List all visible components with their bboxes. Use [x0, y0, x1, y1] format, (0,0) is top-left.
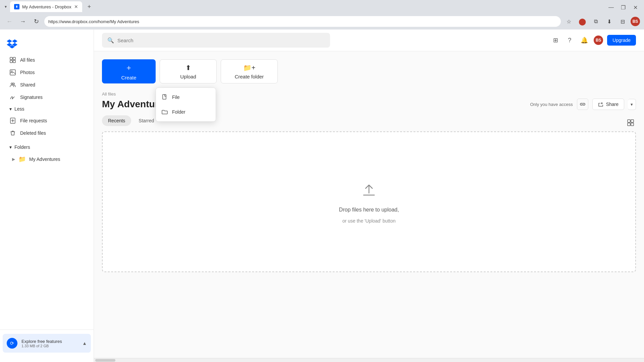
svg-point-5 [11, 71, 12, 72]
deleted-files-icon [9, 130, 16, 136]
content-tabs: Recents Starred [102, 115, 160, 126]
user-profile-btn[interactable]: BS [594, 36, 603, 45]
upload-btn[interactable]: ⬆ Upload [160, 59, 217, 83]
folder-dropdown-label: Folder [172, 109, 185, 115]
reload-btn[interactable]: ↻ [31, 16, 42, 27]
drop-text: Drop files here to upload, [339, 207, 399, 213]
bookmark-btn[interactable]: ☆ [564, 16, 574, 27]
svg-rect-1 [13, 57, 15, 60]
main-content: 🔍 ⊞ ? 🔔 BS Upgrade ＋ Create [94, 29, 644, 362]
sidebar-item-my-adventures[interactable]: ▶ 📁 My Adventures [3, 153, 91, 166]
horizontal-scrollbar [94, 358, 644, 362]
chevron-down-icon: ▾ [9, 106, 12, 112]
svg-rect-11 [631, 120, 634, 122]
tab-recents[interactable]: Recents [102, 115, 131, 126]
download-btn[interactable]: ⬇ [604, 16, 614, 27]
nav-actions: ☆ ⬤ ⧉ ⬇ ⊟ BS [564, 16, 640, 27]
upload-icon: ⬆ [185, 64, 191, 72]
create-btn-label: Create [121, 75, 136, 80]
header-right-actions: ⊞ ? 🔔 BS Upgrade [551, 35, 636, 46]
profile-btn[interactable]: BS [631, 17, 640, 26]
upload-btn-label: Upload [180, 74, 196, 79]
folder-upload-icon [161, 109, 168, 115]
sidebar-nav: All files Photos Shared [0, 54, 94, 327]
grid-view-btn[interactable]: ⊞ [551, 35, 560, 46]
content-inner: ＋ Create ⬆ Upload 📁+ Create folder [94, 51, 644, 280]
svg-rect-3 [13, 60, 15, 63]
dropbox-icon [7, 38, 17, 48]
dropdown-file-item[interactable]: File [156, 90, 216, 105]
tab-title: My Adventures - Dropbox [22, 4, 71, 9]
copy-link-btn[interactable] [577, 99, 588, 110]
explore-collapse-btn[interactable]: ▲ [82, 341, 87, 346]
sidebar-item-file-requests[interactable]: File requests [3, 115, 91, 127]
create-btn[interactable]: ＋ Create [102, 59, 156, 83]
create-folder-icon: 📁+ [243, 64, 256, 72]
tab-switcher-btn[interactable]: ▾ [3, 3, 9, 10]
svg-rect-2 [10, 60, 12, 63]
sidebar-item-photos[interactable]: Photos [3, 66, 91, 78]
sidebar-item-all-files[interactable]: All files [3, 54, 91, 66]
svg-rect-13 [631, 123, 634, 126]
shared-label: Shared [20, 82, 35, 87]
new-tab-btn[interactable]: + [85, 2, 94, 12]
window-close[interactable]: ✕ [631, 3, 640, 12]
browser-nav-bar: ← → ↻ https://www.dropbox.com/home/My Ad… [0, 13, 644, 29]
folder-icon: 📁 [18, 156, 26, 163]
notifications-btn[interactable]: 🔔 [579, 35, 590, 46]
file-icon [161, 94, 168, 101]
forward-btn[interactable]: → [17, 16, 28, 27]
explore-title: Explore free features [21, 339, 78, 344]
file-requests-label: File requests [20, 118, 47, 123]
back-btn[interactable]: ← [4, 16, 15, 27]
sidebar-less-toggle[interactable]: ▾ Less [3, 104, 91, 114]
view-toggle-btn[interactable] [625, 117, 636, 130]
address-bar[interactable]: https://www.dropbox.com/home/My Adventur… [44, 16, 561, 27]
window-minimize[interactable]: — [606, 3, 616, 12]
breadcrumb-all-files[interactable]: All files [102, 92, 116, 97]
photos-label: Photos [20, 70, 35, 75]
tab-bar: ▾ My Adventures - Dropbox ✕ + — ❐ ✕ [0, 0, 644, 13]
dropdown-folder-item[interactable]: Folder [156, 105, 216, 119]
folders-label: Folders [14, 144, 30, 150]
share-btn[interactable]: Share [592, 99, 624, 110]
sidebar-item-signatures[interactable]: Signatures [3, 91, 91, 103]
access-label: Only you have access [530, 102, 573, 107]
search-icon: 🔍 [107, 37, 114, 44]
help-btn[interactable]: ? [564, 35, 575, 46]
file-requests-icon [9, 117, 16, 124]
browser-tab-active[interactable]: My Adventures - Dropbox ✕ [10, 1, 82, 12]
file-dropdown-label: File [172, 95, 180, 100]
folders-section-header[interactable]: ▾ Folders [3, 142, 91, 153]
svg-rect-9 [163, 95, 166, 99]
tab-favicon [14, 4, 19, 9]
create-folder-btn-label: Create folder [235, 74, 264, 79]
security-btn[interactable]: ⬤ [577, 16, 588, 27]
main-top-header: 🔍 ⊞ ? 🔔 BS Upgrade [94, 29, 644, 51]
explore-subtitle: 1.33 MB of 2 GB [21, 344, 78, 348]
sidebar-item-deleted-files[interactable]: Deleted files [3, 127, 91, 139]
scrollbar-thumb[interactable] [95, 359, 115, 362]
drop-zone: Drop files here to upload, or use the 'U… [102, 131, 636, 272]
profile-sync-btn[interactable]: ⊟ [617, 16, 628, 27]
window-maximize[interactable]: ❐ [619, 3, 628, 12]
share-dropdown-btn[interactable]: ▾ [628, 99, 636, 110]
tab-close-btn[interactable]: ✕ [74, 4, 78, 9]
dropbox-logo [7, 38, 87, 48]
upgrade-btn[interactable]: Upgrade [607, 35, 636, 46]
extensions-btn[interactable]: ⧉ [590, 16, 601, 27]
sidebar-item-shared[interactable]: Shared [3, 79, 91, 91]
sidebar-bottom: ⟳ Explore free features 1.33 MB of 2 GB … [0, 329, 94, 357]
upload-arrow-icon [360, 180, 378, 201]
svg-point-7 [13, 83, 14, 85]
search-input[interactable] [117, 38, 325, 43]
app-container: All files Photos Shared [0, 29, 644, 362]
sidebar: All files Photos Shared [0, 29, 94, 362]
my-adventures-label: My Adventures [29, 157, 60, 162]
photos-icon [9, 69, 16, 76]
signatures-icon [9, 94, 16, 101]
explore-card[interactable]: ⟳ Explore free features 1.33 MB of 2 GB … [3, 334, 91, 353]
sidebar-logo [0, 35, 94, 54]
content-area: ＋ Create ⬆ Upload 📁+ Create folder [94, 51, 644, 358]
create-folder-btn[interactable]: 📁+ Create folder [221, 59, 278, 83]
